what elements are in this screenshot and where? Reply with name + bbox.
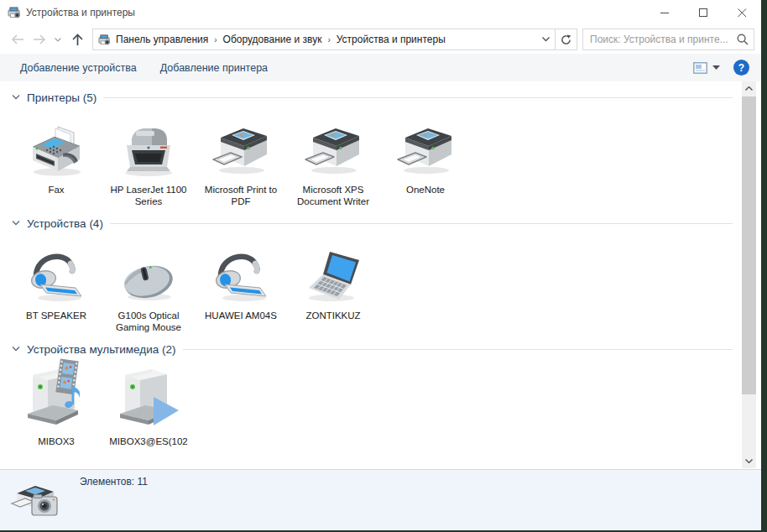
device-item[interactable]: Microsoft Print to PDF — [195, 110, 287, 207]
search-box[interactable] — [582, 29, 754, 50]
devices-and-printers-window: Устройства и принтеры — [0, 0, 761, 530]
chevron-down-icon — [10, 221, 22, 226]
breadcrumb: Панель управления›Оборудование и звук›Ус… — [112, 34, 536, 45]
scroll-up-icon[interactable] — [742, 81, 756, 96]
breadcrumb-separator: › — [211, 35, 219, 44]
minimize-button[interactable] — [645, 0, 684, 25]
command-bar-right: ? — [693, 60, 749, 76]
group-title: Устройства мультимедиа (2) — [27, 343, 176, 356]
forward-button[interactable] — [29, 29, 50, 50]
device-row: MIBOX3MIBOX3@ES(102 — [10, 362, 733, 447]
navigation-bar: Панель управления›Оборудование и звук›Ус… — [0, 25, 761, 54]
refresh-button[interactable] — [555, 29, 577, 50]
device-groups: Принтеры (5)FaxHP LaserJet 1100 SeriesMi… — [0, 81, 761, 470]
device-group: Принтеры (5)FaxHP LaserJet 1100 SeriesMi… — [8, 88, 733, 207]
close-button[interactable] — [723, 0, 761, 25]
up-button[interactable] — [65, 29, 89, 50]
group-header[interactable]: Устройства (4) — [8, 214, 733, 232]
device-item-label: HP LaserJet 1100 Series — [104, 184, 193, 207]
device-item[interactable]: ZONTIKKUZ — [287, 236, 379, 333]
device-group: Устройства мультимедиа (2)MIBOX3MIBOX3@E… — [8, 340, 733, 447]
headset-icon — [211, 236, 271, 303]
printer-icon — [303, 110, 363, 177]
scrollbar-thumb[interactable] — [742, 96, 756, 394]
device-group: Устройства (4)BT SPEAKERG100s Optical Ga… — [8, 214, 733, 333]
search-input[interactable] — [583, 34, 732, 45]
vertical-scrollbar[interactable] — [742, 81, 756, 468]
device-item-label: G100s Optical Gaming Mouse — [104, 310, 193, 333]
chevron-down-icon — [10, 347, 22, 352]
device-item-label: Microsoft Print to PDF — [196, 184, 285, 207]
change-view-button[interactable] — [693, 62, 720, 74]
devices-and-printers-large-icon — [10, 482, 65, 527]
devices-and-printers-icon — [98, 34, 111, 46]
device-item-label: Fax — [48, 184, 64, 196]
device-item-label: OneNote — [406, 184, 445, 196]
breadcrumb-separator: › — [325, 35, 332, 44]
device-item-label: MIBOX3@ES(102 — [109, 436, 188, 447]
address-bar[interactable]: Панель управления›Оборудование и звук›Ус… — [92, 29, 556, 50]
device-item-label: MIBOX3 — [38, 436, 74, 447]
group-header[interactable]: Устройства мультимедиа (2) — [8, 340, 733, 358]
breadcrumb-item[interactable]: Устройства и принтеры — [333, 34, 449, 45]
group-header[interactable]: Принтеры (5) — [8, 88, 733, 107]
status-bar: Элементов: 11 — [0, 469, 761, 530]
fax-icon — [26, 110, 86, 177]
scroll-down-icon[interactable] — [742, 454, 756, 468]
group-title: Устройства (4) — [27, 217, 103, 230]
add-printer-button[interactable]: Добавление принтера — [149, 54, 279, 81]
device-item[interactable]: BT SPEAKER — [10, 236, 102, 333]
group-title: Принтеры (5) — [27, 91, 97, 104]
printer-icon — [211, 110, 271, 177]
printer-icon — [395, 110, 456, 177]
search-icon[interactable] — [732, 34, 754, 45]
device-item-label: HUAWEI AM04S — [205, 310, 277, 321]
device-item-label: ZONTIKKUZ — [305, 310, 360, 321]
device-row: FaxHP LaserJet 1100 SeriesMicrosoft Prin… — [10, 110, 733, 207]
media-play-icon — [113, 362, 184, 429]
chevron-down-icon — [10, 95, 22, 100]
maximize-button[interactable] — [684, 0, 723, 25]
window-title: Устройства и принтеры — [26, 7, 645, 18]
chevron-down-icon — [712, 65, 720, 70]
breadcrumb-item[interactable]: Оборудование и звук — [220, 34, 326, 45]
laser-printer-icon — [118, 110, 179, 177]
address-dropdown-chevron-icon[interactable] — [536, 37, 555, 42]
view-icon — [693, 62, 707, 74]
device-item[interactable]: MIBOX3@ES(102 — [102, 362, 195, 447]
device-row: BT SPEAKERG100s Optical Gaming MouseHUAW… — [10, 236, 733, 333]
device-item[interactable]: OneNote — [379, 110, 472, 207]
add-device-button[interactable]: Добавление устройства — [8, 54, 149, 81]
nav-buttons — [7, 29, 92, 50]
device-item[interactable]: Microsoft XPS Document Writer — [287, 110, 379, 207]
media-music-icon — [21, 362, 91, 429]
device-item[interactable]: HP LaserJet 1100 Series — [102, 110, 195, 207]
titlebar: Устройства и принтеры — [0, 0, 761, 25]
recent-locations-chevron-icon[interactable] — [50, 29, 65, 50]
group-divider — [103, 97, 733, 98]
device-item[interactable]: HUAWEI AM04S — [195, 236, 287, 333]
device-item-label: BT SPEAKER — [26, 310, 86, 321]
help-button[interactable]: ? — [733, 60, 749, 76]
group-divider — [110, 223, 733, 224]
laptop-icon — [303, 236, 363, 303]
devices-and-printers-icon — [8, 6, 21, 19]
headset-icon — [26, 236, 86, 303]
items-count: Элементов: 11 — [80, 476, 148, 488]
device-item[interactable]: G100s Optical Gaming Mouse — [102, 236, 195, 333]
breadcrumb-item[interactable]: Панель управления — [112, 34, 211, 45]
group-divider — [183, 349, 733, 350]
command-bar: Добавление устройства Добавление принтер… — [0, 54, 761, 82]
back-button[interactable] — [7, 29, 29, 50]
device-item-label: Microsoft XPS Document Writer — [289, 184, 378, 207]
device-item[interactable]: MIBOX3 — [10, 362, 102, 447]
device-item[interactable]: Fax — [10, 110, 102, 207]
mouse-icon — [118, 236, 179, 303]
